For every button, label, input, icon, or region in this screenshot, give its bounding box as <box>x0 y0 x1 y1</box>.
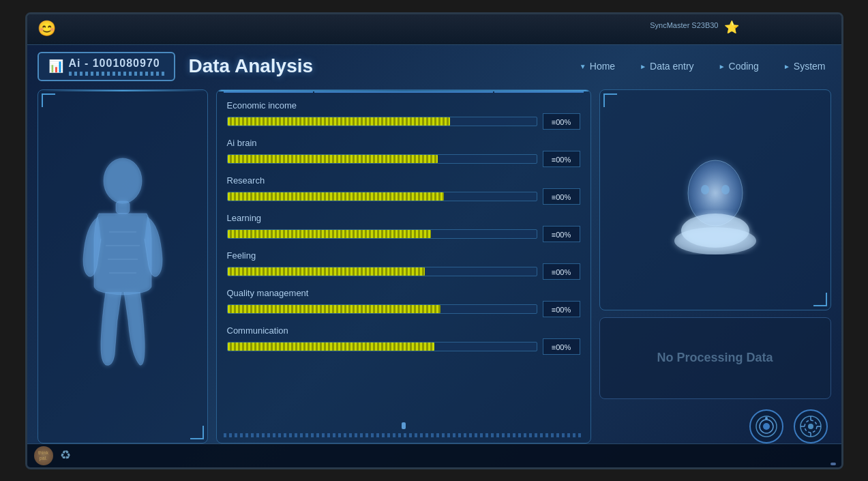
face-corner-br <box>813 293 827 306</box>
nav-menu: ▼ Home ► Data entry ► Coding ► System <box>574 58 831 74</box>
svg-point-13 <box>763 423 770 430</box>
data-row-quality-management: Quality management ≡00% <box>227 288 580 317</box>
label-learning: Learning <box>227 213 580 223</box>
value-box-communication: ≡00% <box>543 338 580 355</box>
bar-container-economic-income: ≡00% <box>227 113 580 130</box>
face-avatar <box>661 145 770 254</box>
taskbar-avatar: think pal. <box>34 446 53 465</box>
ai-id-icon: 📊 <box>48 59 63 74</box>
progress-fill-research <box>228 192 444 201</box>
progress-bg-feeling <box>227 267 537 276</box>
label-economic-income: Economic income <box>227 100 580 111</box>
icons-row <box>599 406 831 443</box>
monitor-frame: 😊 SyncMaster S23B30 ⭐ 📊 Ai - 1001080970 … <box>25 12 843 469</box>
face-panel <box>599 89 831 310</box>
value-economic-income: ≡00% <box>552 118 571 126</box>
circle-icon-2[interactable] <box>794 409 828 443</box>
no-processing-text: No Processing Data <box>657 351 773 365</box>
taskbar-indicator <box>830 463 836 465</box>
nav-item-data-entry[interactable]: ► Data entry <box>634 58 700 74</box>
bar-container-ai-brain: ≡00% <box>227 151 580 167</box>
bar-container-feeling: ≡00% <box>227 263 580 280</box>
progress-fill-feeling <box>228 267 425 276</box>
svg-point-9 <box>721 185 730 194</box>
value-quality-management: ≡00% <box>552 306 571 314</box>
value-box-feeling: ≡00% <box>543 263 580 280</box>
value-feeling: ≡00% <box>552 268 571 276</box>
svg-point-10 <box>681 214 749 248</box>
data-row-ai-brain: Ai brain ≡00% <box>227 138 580 167</box>
bottom-decoration <box>224 433 584 437</box>
corner-decoration-tl <box>42 93 55 107</box>
data-rows-container: Economic income ≡00% Ai brain ≡00% R <box>227 100 580 355</box>
coding-arrow: ► <box>719 63 725 70</box>
progress-bg-ai-brain <box>227 154 537 164</box>
top-bar: 😊 SyncMaster S23B30 ⭐ <box>27 14 841 45</box>
face-corner-tl <box>603 93 617 107</box>
progress-bg-quality-management <box>227 304 537 314</box>
value-box-quality-management: ≡00% <box>543 301 580 317</box>
avatar-figure <box>68 150 177 382</box>
progress-fill-economic-income <box>228 117 450 126</box>
main-content: 📊 Ai - 1001080970 Data Analysis ▼ Home ►… <box>27 45 841 467</box>
nav-label-data-entry: Data entry <box>650 61 694 72</box>
taskbar-recycle-icon[interactable]: ♻ <box>60 448 76 464</box>
value-learning: ≡00% <box>552 231 571 239</box>
dots-decoration <box>69 72 164 76</box>
bar-container-learning: ≡00% <box>227 226 580 242</box>
label-feeling: Feeling <box>227 250 580 261</box>
bar-container-research: ≡00% <box>227 188 580 205</box>
system-arrow: ► <box>783 63 790 70</box>
progress-fill-learning <box>228 230 432 238</box>
svg-point-8 <box>701 185 709 194</box>
data-row-economic-income: Economic income ≡00% <box>227 100 580 130</box>
progress-fill-quality-management <box>228 305 441 313</box>
home-arrow: ▼ <box>580 63 586 70</box>
progress-fill-communication <box>228 342 435 351</box>
svg-rect-1 <box>116 201 130 214</box>
data-row-feeling: Feeling ≡00% <box>227 250 580 280</box>
value-box-research: ≡00% <box>543 188 580 205</box>
svg-point-0 <box>104 158 142 203</box>
progress-bg-economic-income <box>227 117 537 126</box>
value-box-economic-income: ≡00% <box>543 113 580 130</box>
label-communication: Communication <box>227 325 580 336</box>
data-row-communication: Communication ≡00% <box>227 325 580 355</box>
nav-label-coding: Coding <box>729 61 759 72</box>
circle-icon-1[interactable] <box>749 409 783 443</box>
ai-id-box: 📊 Ai - 1001080970 <box>38 52 175 81</box>
progress-fill-ai-brain <box>228 155 438 163</box>
header-section: 📊 Ai - 1001080970 Data Analysis ▼ Home ►… <box>38 52 831 81</box>
data-entry-arrow: ► <box>640 63 646 70</box>
label-ai-brain: Ai brain <box>227 138 580 148</box>
value-research: ≡00% <box>552 193 571 201</box>
svg-point-14 <box>765 417 768 420</box>
content-grid: Economic income ≡00% Ai brain ≡00% R <box>38 89 831 443</box>
nav-label-system: System <box>794 61 826 72</box>
monitor-label: SyncMaster S23B30 <box>650 21 718 29</box>
emoji-icon: 😊 <box>38 20 56 38</box>
nav-item-coding[interactable]: ► Coding <box>713 58 764 74</box>
label-research: Research <box>227 175 580 186</box>
value-box-ai-brain: ≡00% <box>543 151 580 167</box>
bar-container-communication: ≡00% <box>227 338 580 355</box>
no-data-panel: No Processing Data <box>599 317 831 399</box>
svg-point-17 <box>808 424 813 429</box>
progress-bg-learning <box>227 229 537 239</box>
star-icon: ⭐ <box>724 20 739 35</box>
center-dot <box>402 422 406 429</box>
corner-decoration-br <box>190 426 204 439</box>
data-row-research: Research ≡00% <box>227 175 580 205</box>
ai-id-text: Ai - 1001080970 <box>69 57 160 69</box>
value-communication: ≡00% <box>552 343 571 351</box>
nav-item-system[interactable]: ► System <box>778 58 831 74</box>
left-panel <box>38 89 208 443</box>
right-panel: No Processing Data <box>599 89 831 443</box>
data-row-learning: Learning ≡00% <box>227 213 580 242</box>
nav-item-home[interactable]: ▼ Home <box>574 58 620 74</box>
label-quality-management: Quality management <box>227 288 580 298</box>
taskbar-avatar-label: think pal. <box>34 450 53 461</box>
middle-panel: Economic income ≡00% Ai brain ≡00% R <box>216 89 591 443</box>
value-box-learning: ≡00% <box>543 226 580 242</box>
taskbar: think pal. ♻ <box>27 443 841 467</box>
